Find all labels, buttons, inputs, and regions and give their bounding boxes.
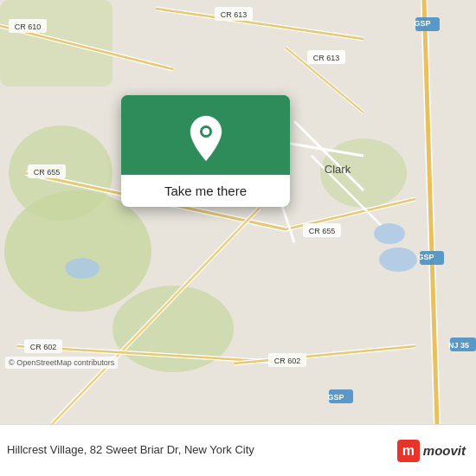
moovit-logo: m moovit <box>397 440 466 462</box>
take-me-there-button[interactable]: Take me there <box>121 175 290 207</box>
svg-text:CR 655: CR 655 <box>34 168 61 177</box>
moovit-brand-text: moovit <box>423 443 466 458</box>
svg-text:NJ 35: NJ 35 <box>448 341 469 350</box>
map-container: CR 610 CR 613 CR 613 CR 655 CR 655 CR 60… <box>0 0 476 424</box>
svg-point-55 <box>203 128 209 135</box>
svg-text:GSP: GSP <box>417 253 434 261</box>
svg-text:GSP: GSP <box>414 19 430 28</box>
svg-text:Clark: Clark <box>325 163 351 176</box>
bottom-bar: Hillcrest Village, 82 Sweet Briar Dr, Ne… <box>0 424 476 476</box>
svg-text:CR 610: CR 610 <box>15 23 42 31</box>
svg-text:GSP: GSP <box>327 393 344 402</box>
cta-icon-area <box>121 95 290 175</box>
svg-text:CR 602: CR 602 <box>274 357 301 365</box>
svg-point-7 <box>374 223 405 244</box>
svg-point-6 <box>65 258 100 279</box>
svg-text:CR 613: CR 613 <box>313 54 340 62</box>
svg-rect-5 <box>0 0 113 87</box>
svg-text:CR 602: CR 602 <box>30 343 57 351</box>
attribution: © OpenStreetMap contributors <box>5 357 118 369</box>
svg-text:CR 613: CR 613 <box>221 10 248 19</box>
svg-text:CR 655: CR 655 <box>309 227 336 235</box>
location-text: Hillcrest Village, 82 Sweet Briar Dr, Ne… <box>7 443 397 458</box>
cta-card: Take me there <box>121 95 290 207</box>
location-pin-icon <box>185 114 227 163</box>
svg-point-8 <box>379 248 417 272</box>
moovit-m-icon: m <box>397 440 420 462</box>
